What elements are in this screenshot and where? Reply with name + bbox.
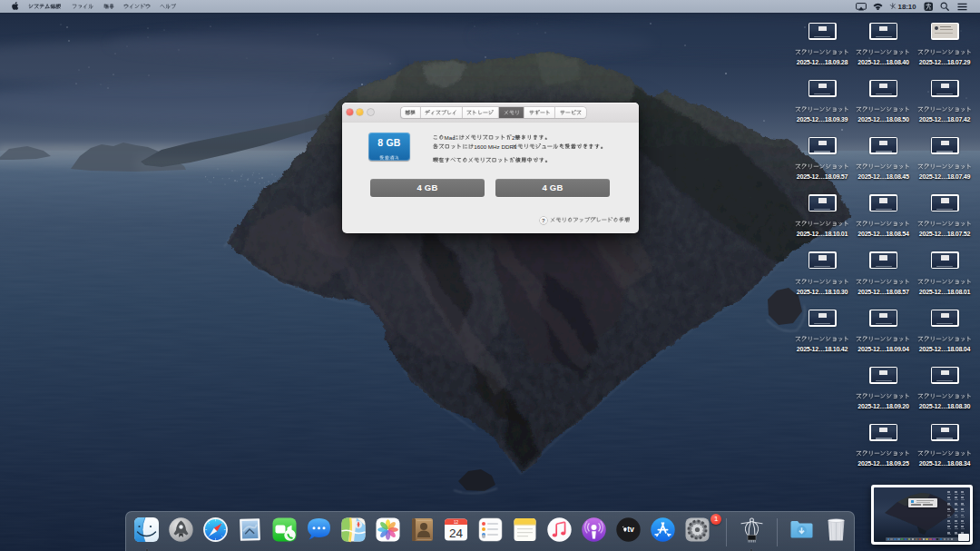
svg-text:12: 12 — [454, 520, 459, 525]
svg-text:tv: tv — [627, 525, 634, 534]
svg-text:1600 MHz DDR3: 1600 MHz DDR3 — [474, 143, 517, 150]
svg-text:Mac: Mac — [444, 134, 455, 141]
svg-text:2: 2 — [512, 134, 515, 141]
svg-text:24: 24 — [449, 526, 464, 540]
